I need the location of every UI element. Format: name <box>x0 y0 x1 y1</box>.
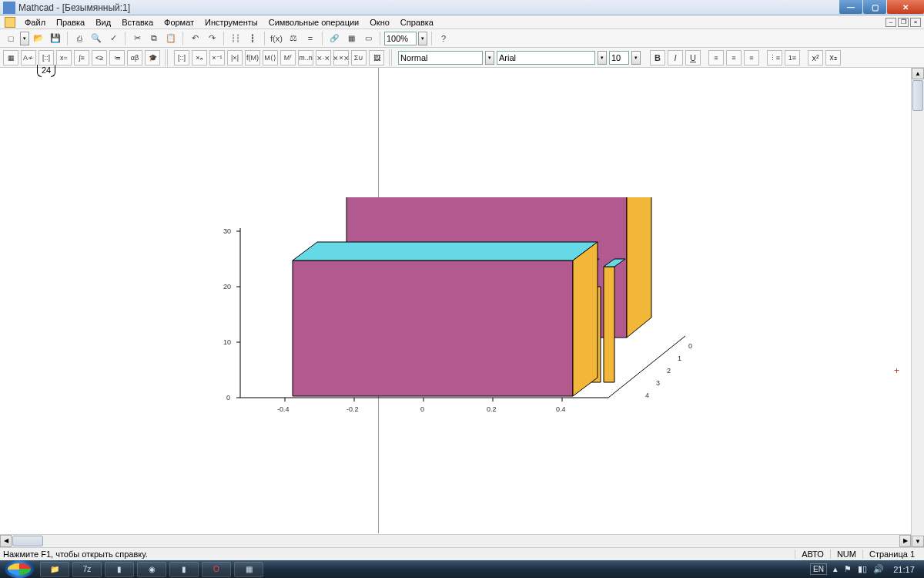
insert-component-button[interactable]: ▦ <box>343 31 359 46</box>
menu-file[interactable]: Файл <box>20 17 50 28</box>
scroll-left-button[interactable]: ◀ <box>0 535 12 547</box>
minimize-button[interactable]: — <box>839 0 862 14</box>
preview-button[interactable]: 🔍 <box>89 31 104 46</box>
determinant-btn[interactable]: |×| <box>227 50 243 66</box>
menu-window[interactable]: Окно <box>365 17 394 28</box>
range-btn[interactable]: m..n <box>298 50 313 66</box>
scroll-thumb-h[interactable] <box>12 536 43 546</box>
zoom-combo[interactable] <box>384 32 417 45</box>
programming-palette-button[interactable]: ≔ <box>109 50 125 66</box>
horizontal-scrollbar[interactable]: ◀ ▶ <box>0 534 911 547</box>
tray-flag-icon[interactable]: ⚑ <box>844 564 852 574</box>
separate-regions-button[interactable]: ┇ <box>245 31 260 46</box>
style-combo[interactable] <box>398 51 483 65</box>
copy-button[interactable]: ⧉ <box>146 31 162 46</box>
zoom-dropdown[interactable]: ▾ <box>418 32 427 45</box>
3d-bar-chart[interactable]: 0 10 20 30 -0.4 -0.2 0 0.2 0.4 0 1 2 3 4 <box>223 197 701 482</box>
matrix-palette-button[interactable]: [::] <box>38 50 54 66</box>
menu-format[interactable]: Формат <box>159 17 199 28</box>
greek-palette-button[interactable]: αβ <box>127 50 142 66</box>
menu-view[interactable]: Вид <box>91 17 116 28</box>
save-icon: 💾 <box>50 33 61 43</box>
numbering-button[interactable]: 1≡ <box>785 50 800 66</box>
tray-volume-icon[interactable]: 🔊 <box>873 564 884 574</box>
redo-button[interactable]: ↷ <box>204 31 219 46</box>
align-left-button[interactable]: ≡ <box>708 50 724 66</box>
insert-hyperlink-button[interactable]: 🔗 <box>326 31 342 46</box>
maximize-button[interactable]: ▢ <box>863 0 886 14</box>
taskbar-item-chrome[interactable]: ◉ <box>137 562 166 577</box>
menu-help[interactable]: Справка <box>396 17 438 28</box>
document-area[interactable]: 24 + 0 10 20 30 -0.4 -0.2 0 0.2 0.4 <box>0 68 924 547</box>
transpose-btn[interactable]: Mᵀ <box>280 50 296 66</box>
cross-btn[interactable]: ⨯·⨯ <box>316 50 331 66</box>
scroll-right-button[interactable]: ▶ <box>899 535 911 547</box>
style-dropdown[interactable]: ▾ <box>485 51 494 65</box>
menu-edit[interactable]: Правка <box>52 17 89 28</box>
insert-function-button[interactable]: f(x) <box>269 31 284 46</box>
dot-btn[interactable]: ⨯×⨯ <box>333 50 349 66</box>
boolean-palette-button[interactable]: <≥ <box>92 50 107 66</box>
mdi-minimize-button[interactable]: – <box>886 18 896 27</box>
calculus-palette-button[interactable]: ∫≡ <box>74 50 89 66</box>
tray-clock[interactable]: 21:17 <box>890 565 918 574</box>
scroll-down-button[interactable]: ▼ <box>912 536 924 547</box>
undo-button[interactable]: ↶ <box>187 31 203 46</box>
cut-button[interactable]: ✂ <box>129 31 145 46</box>
sum-btn[interactable]: Σ∪ <box>351 50 367 66</box>
new-dropdown[interactable]: ▾ <box>20 32 29 45</box>
menu-insert[interactable]: Вставка <box>117 17 158 28</box>
scroll-thumb-v[interactable] <box>912 80 923 111</box>
font-size-dropdown[interactable]: ▾ <box>631 51 641 65</box>
close-button[interactable]: ✕ <box>887 0 924 14</box>
picture-btn[interactable]: 🖼 <box>369 50 384 66</box>
open-button[interactable]: 📂 <box>31 31 46 46</box>
underline-button[interactable]: U <box>685 50 701 66</box>
start-button[interactable] <box>5 560 34 578</box>
font-dropdown[interactable]: ▾ <box>598 51 607 65</box>
superscript-button[interactable]: x² <box>808 50 823 66</box>
subscript-btn[interactable]: ×ₙ <box>192 50 207 66</box>
run-button[interactable]: ▭ <box>360 31 376 46</box>
menu-tools[interactable]: Инструменты <box>200 17 263 28</box>
graph-palette-button[interactable]: A≁ <box>21 50 36 66</box>
print-button[interactable]: ⎙ <box>72 31 87 46</box>
scroll-up-button[interactable]: ▲ <box>912 68 924 79</box>
align-center-button[interactable]: ≡ <box>726 50 742 66</box>
vertical-scrollbar[interactable]: ▲ ▼ <box>911 68 924 547</box>
taskbar-item-app1[interactable]: ▮ <box>105 562 134 577</box>
insert-unit-button[interactable]: ⚖ <box>286 31 301 46</box>
taskbar-item-opera[interactable]: O <box>202 562 231 577</box>
help-button[interactable]: ? <box>436 31 451 46</box>
new-button[interactable]: □ <box>3 31 18 46</box>
mdi-close-button[interactable]: × <box>910 18 921 27</box>
inverse-btn[interactable]: ×⁻¹ <box>209 50 225 66</box>
tray-network-icon[interactable]: ▮▯ <box>858 564 867 574</box>
menu-symbolics[interactable]: Символьные операции <box>264 17 364 28</box>
taskbar-item-7zip[interactable]: 7z <box>72 562 102 577</box>
vectorize-btn[interactable]: f(M) <box>245 50 260 66</box>
align-right-button[interactable]: ≡ <box>744 50 759 66</box>
taskbar-item-mathcad[interactable]: ▦ <box>234 562 263 577</box>
bold-button[interactable]: B <box>650 50 665 66</box>
taskbar-item-app2[interactable]: ▮ <box>169 562 199 577</box>
font-size-combo[interactable] <box>609 51 629 65</box>
taskbar-item-explorer[interactable]: 📁 <box>40 562 69 577</box>
font-combo[interactable] <box>497 51 595 65</box>
mdi-restore-button[interactable]: ❐ <box>898 18 909 27</box>
calculator-palette-button[interactable]: ▦ <box>3 50 18 66</box>
paste-button[interactable]: 📋 <box>163 31 179 46</box>
italic-button[interactable]: I <box>668 50 683 66</box>
align-regions-button[interactable]: ┆┆ <box>228 31 243 46</box>
evaluation-palette-button[interactable]: x= <box>56 50 72 66</box>
calculate-button[interactable]: = <box>303 31 318 46</box>
language-indicator[interactable]: EN <box>810 563 827 575</box>
spellcheck-button[interactable]: ✓ <box>105 31 121 46</box>
column-btn[interactable]: M⟨⟩ <box>263 50 278 66</box>
symbolic-palette-button[interactable]: 🎓 <box>145 50 160 66</box>
matrix-btn[interactable]: [::] <box>174 50 189 66</box>
save-button[interactable]: 💾 <box>48 31 63 46</box>
tray-chevron-icon[interactable]: ▴ <box>833 564 838 574</box>
bullets-button[interactable]: ⋮≡ <box>767 50 782 66</box>
subscript-button[interactable]: x₂ <box>825 50 841 66</box>
